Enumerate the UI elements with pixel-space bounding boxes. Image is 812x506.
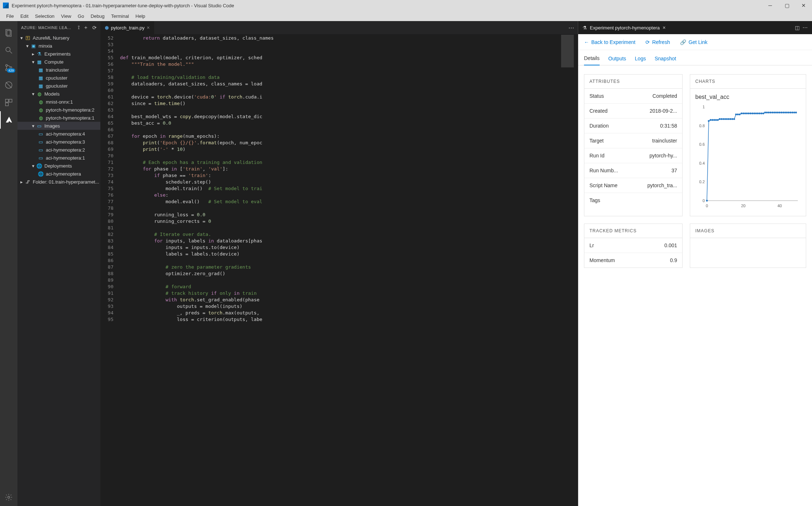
menu-help[interactable]: Help	[132, 13, 149, 19]
refresh-button[interactable]: ⟳Refresh	[645, 39, 670, 45]
tree-image-item[interactable]: ▭aci-hymenoptera:4	[17, 130, 100, 138]
tree-label: pytorch-hymenoptera:1	[46, 115, 95, 121]
activity-settings[interactable]	[0, 489, 17, 506]
image-icon: ▭	[38, 131, 44, 137]
activity-debug[interactable]	[0, 76, 17, 94]
activity-extensions[interactable]	[0, 94, 17, 111]
sidebar-refresh-icon[interactable]: ⟳	[92, 25, 97, 31]
svg-point-54	[763, 113, 764, 115]
svg-text:0.2: 0.2	[699, 180, 705, 184]
tree-label: Compute	[44, 59, 64, 65]
tree-model-item[interactable]: ◍pytorch-hymenoptera:2	[17, 106, 100, 114]
close-icon[interactable]: ×	[147, 25, 150, 31]
attribute-row: Created2018-09-2...	[584, 104, 682, 119]
svg-point-67	[786, 112, 788, 113]
tree-label: aci-hymenoptera:3	[46, 139, 85, 145]
tree-compute-item[interactable]: ▦gpucluster	[17, 82, 100, 90]
attr-value: 0:31:58	[626, 123, 677, 129]
svg-text:0: 0	[706, 204, 708, 208]
svg-point-41	[739, 113, 741, 115]
chip-icon: ▦	[38, 83, 44, 89]
tree-images[interactable]: ▾▭Images	[17, 122, 100, 130]
window-close-button[interactable]: ✕	[795, 0, 812, 11]
menu-view[interactable]: View	[58, 13, 75, 19]
editor-more-button[interactable]: ⋯	[565, 21, 578, 34]
attr-value: 37	[626, 168, 677, 173]
menu-file[interactable]: File	[3, 13, 17, 19]
back-button[interactable]: ←Back to Experiment	[584, 39, 635, 45]
activity-azure[interactable]	[0, 111, 17, 129]
svg-point-53	[761, 113, 763, 115]
tree-compute-item[interactable]: ▦traincluster	[17, 66, 100, 74]
vscode-icon	[3, 3, 9, 8]
tree-label: Images	[44, 123, 60, 129]
tree-label: traincluster	[46, 67, 69, 73]
svg-point-35	[728, 118, 730, 120]
tree-label: Models	[44, 91, 60, 97]
tree-label: minxia	[39, 43, 52, 49]
svg-point-70	[792, 112, 793, 113]
window-minimize-button[interactable]: ─	[762, 0, 779, 11]
tree-model-item[interactable]: ◍mnist-onnx:1	[17, 98, 100, 106]
window-maximize-button[interactable]: ▢	[779, 0, 795, 11]
globe-icon: 🌐	[38, 171, 44, 177]
menu-edit[interactable]: Edit	[17, 13, 32, 19]
svg-point-34	[726, 118, 728, 120]
menu-debug[interactable]: Debug	[87, 13, 108, 19]
tree-image-item[interactable]: ▭aci-hymenoptera:2	[17, 146, 100, 154]
tree-image-item[interactable]: ▭aci-hymenoptera:3	[17, 138, 100, 146]
svg-point-27	[713, 119, 715, 121]
svg-point-58	[770, 112, 772, 113]
tree-deployment-item[interactable]: 🌐aci-hymenoptera	[17, 170, 100, 178]
getlink-button[interactable]: 🔗Get Link	[680, 39, 707, 45]
menu-terminal[interactable]: Terminal	[108, 13, 132, 19]
svg-point-36	[730, 118, 732, 120]
metric-value: 0.9	[626, 257, 677, 263]
activity-search[interactable]	[0, 41, 17, 59]
minimap[interactable]	[560, 34, 578, 506]
tab-details[interactable]: Details	[584, 55, 600, 65]
activity-source-control[interactable]: 429	[0, 59, 17, 76]
attr-key: Target	[589, 138, 626, 144]
attribute-row: Run Idpytorch-hy...	[584, 148, 682, 163]
tree-folder[interactable]: ▸🖇Folder: 01.train-hyperparamet...	[17, 178, 100, 186]
editor-tab[interactable]: ⬢ pytorch_train.py ×	[100, 21, 154, 34]
tree-compute[interactable]: ▾▦Compute	[17, 58, 100, 66]
tree-subscription[interactable]: ▾▣minxia	[17, 42, 100, 50]
sidebar-add-icon[interactable]: ＋	[83, 24, 89, 31]
editor-tabs: ⬢ pytorch_train.py × ⋯	[100, 21, 578, 34]
svg-point-45	[746, 113, 748, 115]
activity-explorer[interactable]	[0, 24, 17, 41]
panel-actions: ←Back to Experiment ⟳Refresh 🔗Get Link	[578, 34, 812, 50]
scm-badge: 429	[7, 68, 15, 73]
metric-value: 0.001	[626, 242, 677, 248]
tree-experiments[interactable]: ▸⚗Experiments	[17, 50, 100, 58]
arrow-left-icon: ←	[584, 39, 589, 45]
tab-logs[interactable]: Logs	[635, 56, 646, 65]
tab-snapshot[interactable]: Snapshot	[655, 56, 676, 65]
menu-go[interactable]: Go	[75, 13, 87, 19]
close-icon[interactable]: ×	[663, 25, 665, 31]
tree-compute-item[interactable]: ▦cpucluster	[17, 74, 100, 82]
panel-title: Experiment pytorch-hymenoptera	[590, 25, 660, 31]
svg-point-40	[737, 113, 739, 115]
tab-outputs[interactable]: Outputs	[608, 56, 626, 65]
tree-models[interactable]: ▾◍Models	[17, 90, 100, 98]
beaker-icon: ⚗	[36, 51, 42, 57]
sidebar-pin-icon[interactable]: ⟟	[78, 24, 80, 31]
svg-point-4	[6, 65, 8, 67]
split-icon[interactable]: ◫	[795, 25, 800, 31]
menu-selection[interactable]: Selection	[32, 13, 57, 19]
tree-image-item[interactable]: ▭aci-hymenoptera:1	[17, 154, 100, 162]
svg-point-72	[795, 112, 797, 113]
tree-model-item[interactable]: ◍pytorch-hymenoptera:1	[17, 114, 100, 122]
refresh-icon: ⟳	[645, 39, 650, 45]
svg-point-61	[775, 112, 777, 113]
tree-root[interactable]: ▾⚿AzureML Nursery	[17, 34, 100, 42]
tree-label: Folder: 01.train-hyperparamet...	[33, 179, 99, 185]
code-content[interactable]: return dataloaders, dataset_sizes, class…	[120, 34, 560, 506]
tree-deployments[interactable]: ▾🌐Deployments	[17, 162, 100, 170]
svg-point-50	[755, 113, 757, 115]
more-icon[interactable]: ⋯	[803, 25, 808, 31]
code-editor[interactable]: 52 53 54 55 56 57 58 59 60 61 62 63 64 6…	[100, 34, 578, 506]
